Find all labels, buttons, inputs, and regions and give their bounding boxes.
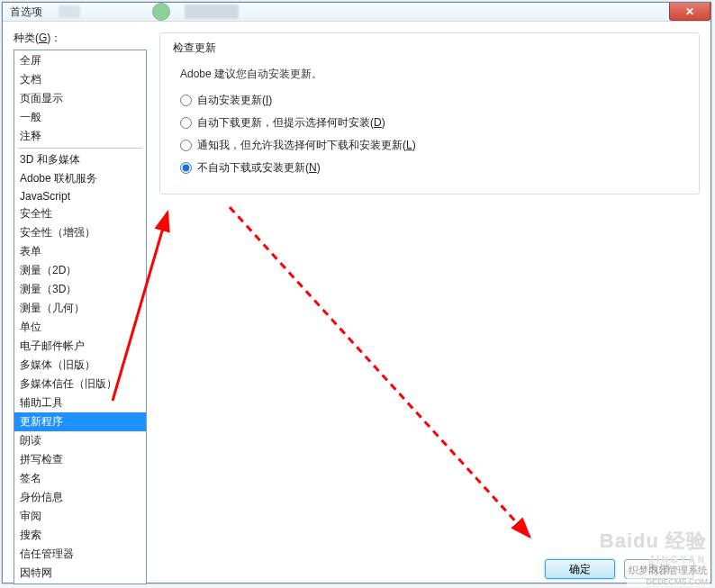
category-item[interactable]: 注释 [14,127,146,146]
category-item[interactable]: Adobe 联机服务 [14,169,146,188]
close-button[interactable]: ✕ [669,3,710,21]
radio-input[interactable] [180,162,192,174]
category-item[interactable]: 表单 [14,242,146,261]
radio-input[interactable] [180,117,192,129]
update-option[interactable]: 通知我，但允许我选择何时下载和安装更新(L) [173,134,686,157]
radio-group: 自动安装更新(I)自动下载更新，但提示选择何时安装(D)通知我，但允许我选择何时… [173,89,686,179]
green-circle-icon [152,3,170,21]
blurred-text [185,5,239,19]
footer-attribution: 织梦内容管理系统 DEDECMS.COM [627,564,710,586]
group-title: 检查更新 [173,41,686,56]
category-item[interactable]: 身份信息 [14,488,146,507]
category-item[interactable]: 测量（3D） [14,280,146,299]
category-label: 种类(G)： [14,31,147,46]
category-listbox[interactable]: 全屏文档页面显示一般注释3D 和多媒体Adobe 联机服务JavaScript安… [14,50,147,584]
update-option[interactable]: 不自动下载或安装更新(N) [173,157,686,179]
ok-button[interactable]: 确定 [545,559,615,579]
category-item[interactable]: 3D 和多媒体 [14,150,146,169]
list-separator [18,148,142,149]
update-option[interactable]: 自动下载更新，但提示选择何时安装(D) [173,112,686,134]
window-title: 首选项 [10,5,42,20]
category-item[interactable]: 单位 [14,318,146,337]
category-item[interactable]: 更新程序 [14,412,146,431]
category-item[interactable]: 一般 [14,108,146,127]
dialog-body: 种类(G)： 全屏文档页面显示一般注释3D 和多媒体Adobe 联机服务Java… [3,22,710,588]
category-item[interactable]: 因特网 [14,564,146,583]
category-item[interactable]: 安全性（增强） [14,223,146,242]
category-item[interactable]: 全屏 [14,51,146,70]
settings-column: 检查更新 Adobe 建议您自动安装更新。 自动安装更新(I)自动下载更新，但提… [159,31,700,584]
category-item[interactable]: 签名 [14,469,146,488]
close-icon: ✕ [685,5,694,18]
update-check-group: 检查更新 Adobe 建议您自动安装更新。 自动安装更新(I)自动下载更新，但提… [159,32,700,194]
blurred-text [59,5,80,18]
radio-input[interactable] [180,140,192,151]
category-item[interactable]: JavaScript [14,188,146,204]
radio-label: 不自动下载或安装更新(N) [197,160,321,176]
advice-text: Adobe 建议您自动安装更新。 [173,61,686,89]
category-item[interactable]: 多媒体（旧版） [14,356,146,375]
category-column: 种类(G)： 全屏文档页面显示一般注释3D 和多媒体Adobe 联机服务Java… [14,31,147,584]
category-item[interactable]: 审阅 [14,507,146,526]
category-item[interactable]: 多媒体信任（旧版） [14,375,146,394]
update-option[interactable]: 自动安装更新(I) [173,89,686,112]
category-item[interactable]: 测量（几何） [14,299,146,318]
category-item[interactable]: 文档 [14,70,146,89]
category-item[interactable]: 信任管理器 [14,545,146,564]
radio-label: 通知我，但允许我选择何时下载和安装更新(L) [197,138,416,153]
category-item[interactable]: 安全性 [14,204,146,223]
radio-label: 自动安装更新(I) [197,93,272,108]
category-item[interactable]: 测量（2D） [14,261,146,280]
titlebar[interactable]: 首选项 ✕ [3,3,710,22]
category-item[interactable]: 搜索 [14,526,146,545]
category-item[interactable]: 电子邮件帐户 [14,337,146,356]
category-item[interactable]: 朗读 [14,431,146,450]
preferences-dialog: 首选项 ✕ 种类(G)： 全屏文档页面显示一般注释3D 和多媒体Adobe 联机… [2,2,711,583]
category-item[interactable]: 辅助工具 [14,394,146,412]
category-item[interactable]: 拼写检查 [14,450,146,469]
category-item[interactable]: 页面显示 [14,89,146,108]
radio-input[interactable] [180,95,192,106]
radio-label: 自动下载更新，但提示选择何时安装(D) [197,115,385,131]
